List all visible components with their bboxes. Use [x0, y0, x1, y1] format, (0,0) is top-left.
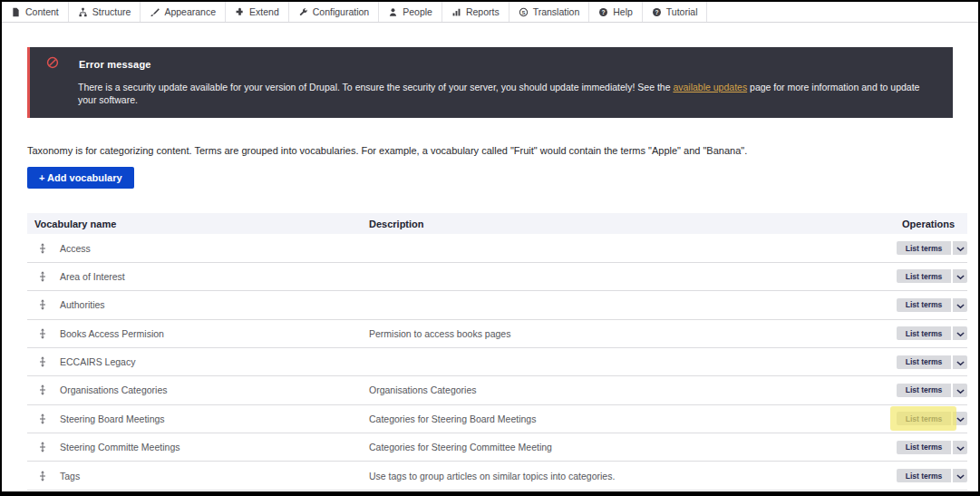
operations-split-button: List terms — [897, 326, 967, 340]
chevron-down-icon — [956, 298, 965, 312]
chevron-down-icon — [956, 269, 965, 283]
people-icon — [388, 7, 398, 17]
list-terms-button[interactable]: List terms — [897, 326, 951, 340]
drag-handle-icon[interactable] — [38, 243, 56, 254]
vocabulary-name: Steering Committe Meetings — [56, 442, 369, 452]
table-row: AuthoritiesList terms — [27, 291, 967, 319]
operations-dropdown-toggle[interactable] — [953, 269, 967, 283]
vocabulary-name: Organisations Categories — [56, 384, 369, 395]
list-terms-button[interactable]: List terms — [897, 469, 951, 482]
toolbar-item-label: Tutorial — [666, 6, 698, 17]
vocabulary-name: Authorities — [56, 299, 369, 310]
operations-dropdown-toggle[interactable] — [953, 298, 967, 312]
vocabulary-table-body: AccessList termsArea of InterestList ter… — [27, 234, 967, 491]
extend-icon — [235, 7, 245, 17]
toolbar-item-structure[interactable]: Structure — [69, 2, 141, 22]
admin-toolbar: ContentStructureAppearanceExtendConfigur… — [2, 2, 978, 23]
drag-handle-icon[interactable] — [38, 442, 56, 452]
chevron-down-icon — [956, 441, 965, 454]
operations-split-button: List terms — [897, 441, 967, 454]
vocabulary-description: Categories for Steering Board Meetings — [369, 413, 884, 424]
list-terms-button[interactable]: List terms — [897, 298, 951, 312]
translation-icon: S — [519, 7, 529, 17]
vocabulary-description: Use tags to group articles on similar to… — [369, 471, 884, 481]
operations-split-button: List terms — [897, 469, 967, 482]
operations-dropdown-toggle[interactable] — [953, 241, 967, 255]
drag-handle-icon[interactable] — [38, 356, 56, 367]
operations-cell: List terms — [884, 355, 967, 369]
drag-handle-icon[interactable] — [38, 471, 56, 481]
drag-handle-icon[interactable] — [38, 384, 56, 395]
drag-handle-icon[interactable] — [38, 271, 56, 282]
table-row: Steering Committe MeetingsCategories for… — [27, 433, 967, 462]
vocabulary-name: ECCAIRS Legacy — [56, 356, 369, 367]
list-terms-button[interactable]: List terms — [897, 241, 951, 255]
list-terms-button[interactable]: List terms — [897, 412, 951, 425]
error-message-header: Error message — [46, 56, 936, 73]
operations-split-button: List terms — [897, 298, 967, 312]
toolbar-item-label: Structure — [92, 6, 131, 17]
operations-cell: List terms — [884, 412, 967, 425]
drag-handle-icon[interactable] — [38, 328, 56, 339]
operations-dropdown-toggle[interactable] — [953, 326, 967, 340]
list-terms-button[interactable]: List terms — [897, 441, 951, 454]
table-row: AccessList terms — [27, 234, 967, 262]
toolbar-item-extend[interactable]: Extend — [226, 2, 289, 22]
svg-text:S: S — [521, 9, 525, 15]
drag-handle-icon[interactable] — [38, 413, 56, 424]
operations-cell: List terms — [884, 469, 967, 482]
configuration-icon — [298, 7, 308, 17]
chevron-down-icon — [956, 469, 965, 482]
column-header-vocabulary-name: Vocabulary name — [34, 219, 369, 229]
vocabulary-name: Tags — [56, 471, 369, 481]
operations-cell: List terms — [884, 298, 967, 312]
error-message-title: Error message — [79, 59, 151, 70]
toolbar-item-tutorial[interactable]: ?Tutorial — [643, 2, 708, 22]
structure-icon — [78, 7, 88, 17]
error-message-text: There is a security update available for… — [78, 81, 936, 106]
operations-split-button: List terms — [897, 269, 967, 283]
vocabulary-name: Books Access Permision — [56, 328, 369, 339]
toolbar-item-content[interactable]: Content — [2, 2, 69, 22]
vocabulary-description: Categories for Steering Committee Meetin… — [369, 442, 884, 452]
toolbar-item-reports[interactable]: Reports — [442, 2, 509, 22]
table-row: TagsUse tags to group articles on simila… — [27, 462, 967, 490]
tutorial-icon: ? — [652, 7, 662, 17]
toolbar-item-label: People — [403, 6, 432, 17]
add-vocabulary-button[interactable]: + Add vocabulary — [27, 167, 134, 189]
list-terms-button[interactable]: List terms — [897, 384, 951, 397]
taxonomy-intro-text: Taxonomy is for categorizing content. Te… — [27, 145, 953, 156]
reports-icon — [451, 7, 461, 17]
toolbar-item-translation[interactable]: STranslation — [509, 2, 590, 22]
operations-dropdown-toggle[interactable] — [953, 469, 967, 482]
operations-dropdown-toggle[interactable] — [953, 412, 967, 425]
error-text-before: There is a security update available for… — [78, 82, 673, 92]
column-header-description: Description — [369, 219, 884, 229]
operations-cell: List terms — [884, 384, 967, 397]
drag-handle-icon[interactable] — [38, 299, 56, 310]
list-terms-button[interactable]: List terms — [897, 355, 951, 369]
operations-dropdown-toggle[interactable] — [953, 384, 967, 397]
toolbar-item-label: Reports — [466, 6, 500, 17]
available-updates-link[interactable]: available updates — [673, 82, 747, 92]
toolbar-item-people[interactable]: People — [379, 2, 442, 22]
toolbar-item-configuration[interactable]: Configuration — [289, 2, 379, 22]
operations-cell: List terms — [884, 441, 967, 454]
vocabulary-name: Area of Interest — [56, 271, 369, 282]
operations-cell: List terms — [884, 241, 967, 255]
toolbar-item-appearance[interactable]: Appearance — [141, 2, 226, 22]
table-row: ECCAIRS LegacyList terms — [27, 348, 967, 376]
toolbar-item-label: Translation — [533, 6, 580, 17]
drupal-taxonomy-page: ContentStructureAppearanceExtendConfigur… — [0, 0, 980, 496]
list-terms-button[interactable]: List terms — [897, 269, 951, 283]
chevron-down-icon — [956, 241, 965, 255]
vocabulary-table-header: Vocabulary name Description Operations — [27, 213, 967, 234]
table-row: Organisations CategoriesOrganisations Ca… — [27, 376, 967, 404]
chevron-down-icon — [956, 412, 965, 425]
toolbar-item-help[interactable]: ?Help — [589, 2, 643, 22]
help-icon: ? — [598, 7, 608, 17]
operations-dropdown-toggle[interactable] — [953, 441, 967, 454]
table-row: Books Access PermisionPermision to acces… — [27, 320, 967, 348]
content-icon — [11, 7, 21, 17]
operations-dropdown-toggle[interactable] — [953, 355, 967, 369]
